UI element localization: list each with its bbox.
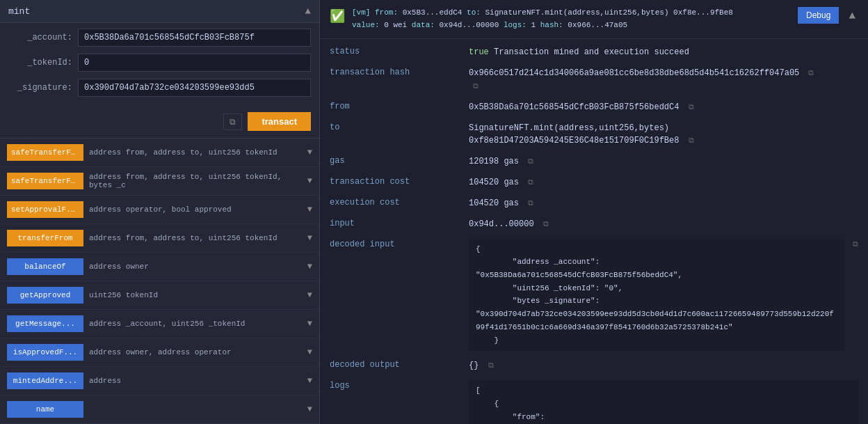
exec-cost-copy-icon[interactable]: ⧉ [528, 198, 533, 210]
expand-icon-9[interactable]: ▼ [307, 376, 312, 386]
form-actions: ⧉ transact [0, 109, 319, 138]
expand-icon-4[interactable]: ▼ [307, 233, 312, 243]
list-item: safeTransferF... address from, address t… [0, 167, 319, 196]
to-label: to: [467, 8, 485, 17]
to-val: SignatureNFT.mint(address,uint256,bytes)… [469, 122, 858, 147]
data-label: data: [412, 21, 440, 29]
expand-icon-8[interactable]: ▼ [307, 347, 312, 357]
signature-row: _signature: [8, 79, 311, 97]
tx-hash-row: transaction hash 0x966c0517d214c1d340066… [330, 67, 858, 93]
is-approved-params: address owner, address operator [89, 348, 302, 356]
expand-icon-2[interactable]: ▼ [307, 176, 312, 186]
chevron-up-icon[interactable]: ▲ [846, 7, 858, 25]
safe-transfer-f1-button[interactable]: safeTransferF... [7, 144, 83, 161]
status-text: Transaction mined and execution succeed [494, 47, 689, 57]
transfer-from-params: address from, address to, uint256 tokenI… [89, 234, 302, 242]
minted-address-button[interactable]: mintedAddre... [7, 372, 83, 389]
tx-cost-key: transaction cost [330, 176, 469, 187]
copy-button[interactable]: ⧉ [223, 113, 242, 130]
hash-val: 0x966...47a05 [568, 21, 627, 29]
left-panel: mint ▲ _account: _tokenId: _signature: ⧉… [0, 0, 320, 424]
get-approved-button[interactable]: getApproved [7, 287, 83, 304]
logs-val: 1 [531, 21, 536, 29]
collapse-icon[interactable]: ▲ [305, 6, 311, 17]
list-item: getMessage... address _account, uint256 … [0, 310, 319, 338]
status-row: status true Transaction mined and execut… [330, 46, 858, 58]
to-val: SignatureNFT.mint(address,uint256,bytes)… [485, 8, 732, 17]
tx-hash-key: transaction hash [330, 67, 469, 77]
logs-key: logs [330, 380, 469, 391]
right-panel: ✅ [vm] from: 0x5B3...eddC4 to: Signature… [320, 0, 868, 424]
tx-cost-copy-icon[interactable]: ⧉ [528, 177, 533, 189]
vm-label: [vm] [352, 8, 370, 17]
gas-copy-icon[interactable]: ⧉ [528, 156, 533, 168]
logs-label: logs: [504, 21, 531, 29]
is-approved-button[interactable]: isApprovedF... [7, 344, 83, 361]
input-key: input [330, 218, 469, 228]
from-copy-icon[interactable]: ⧉ [689, 102, 694, 113]
from-row: from 0x5B38Da6a701c568545dCfcB03FcB875f5… [330, 101, 858, 113]
transact-button[interactable]: transact [248, 112, 311, 131]
tokenid-input[interactable] [78, 54, 311, 72]
balance-of-button[interactable]: balanceOf [7, 258, 83, 275]
gas-val: 120198 gas ⧉ [469, 155, 858, 168]
exec-cost-val: 104520 gas ⧉ [469, 197, 858, 210]
expand-icon-5[interactable]: ▼ [307, 262, 312, 272]
balance-of-params: address owner [89, 262, 302, 271]
expand-icon-10[interactable]: ▼ [307, 405, 312, 414]
get-approved-params: uint256 tokenId [89, 291, 302, 299]
expand-icon-7[interactable]: ▼ [307, 319, 312, 329]
decoded-output-key: decoded output [330, 359, 469, 370]
decoded-output-row: decoded output {} ⧉ [330, 359, 858, 372]
input-val: 0x94d...00000 ⧉ [469, 218, 858, 230]
status-val: true Transaction mined and execution suc… [469, 46, 858, 58]
get-message-params: address _account, uint256 _tokenId [89, 320, 302, 328]
safe-transfer-f2-button[interactable]: safeTransferF... [7, 173, 83, 189]
account-row: _account: [8, 29, 311, 47]
expand-icon-6[interactable]: ▼ [307, 290, 312, 300]
list-item: isApprovedF... address owner, address op… [0, 338, 319, 367]
decoded-output-copy-icon[interactable]: ⧉ [488, 360, 494, 372]
account-input[interactable] [78, 29, 311, 47]
mint-header: mint ▲ [0, 0, 319, 23]
transfer-from-button[interactable]: transferFrom [7, 230, 83, 246]
list-item: balanceOf address owner ▼ [0, 253, 319, 281]
list-item: name ▼ [0, 395, 319, 424]
from-val: 0x5B3...eddC4 [403, 8, 463, 17]
mint-form: _account: _tokenId: _signature: [0, 23, 319, 109]
signature-label: _signature: [8, 83, 78, 93]
logs-block: [ { "from": "0xf8e81D47203A594245E36C48e… [469, 380, 858, 424]
logs-row: logs [ { "from": "0xf8e81D47203A594245E3… [330, 380, 858, 424]
decoded-input-copy-icon[interactable]: ⧉ [853, 239, 858, 251]
list-item: transferFrom address from, address to, u… [0, 224, 319, 253]
signature-input[interactable] [78, 79, 311, 97]
list-item: safeTransferF... address from, address t… [0, 139, 319, 167]
decoded-input-key: decoded input [330, 239, 469, 249]
list-item: setApprovalF... address operator, bool a… [0, 196, 319, 224]
expand-icon-1[interactable]: ▼ [307, 148, 312, 157]
set-approval-button[interactable]: setApprovalF... [7, 201, 83, 218]
status-true: true [469, 47, 489, 57]
data-val: 0x94d...00000 [439, 21, 499, 29]
expand-icon-3[interactable]: ▼ [307, 205, 312, 214]
input-copy-icon[interactable]: ⧉ [543, 219, 549, 230]
tx-hash-copy-icon[interactable]: ⧉ [808, 68, 814, 79]
debug-button[interactable]: Debug [798, 7, 839, 24]
tx-cost-val: 104520 gas ⧉ [469, 176, 858, 189]
from-label: from: [375, 8, 403, 17]
tx-hash-copy-icon-2[interactable]: ⧉ [473, 81, 858, 93]
get-message-button[interactable]: getMessage... [7, 315, 83, 332]
to-row: to SignatureNFT.mint(address,uint256,byt… [330, 122, 858, 147]
to-copy-icon[interactable]: ⧉ [689, 135, 694, 147]
tokenid-row: _tokenId: [8, 54, 311, 72]
tx-cost-row: transaction cost 104520 gas ⧉ [330, 176, 858, 189]
name-button[interactable]: name [7, 401, 83, 418]
set-approval-params: address operator, bool approved [89, 205, 302, 214]
mint-title: mint [8, 6, 30, 17]
tx-header-text: [vm] from: 0x5B3...eddC4 to: SignatureNF… [352, 7, 791, 31]
safe-transfer-f2-params: address from, address to, uint256 tokenI… [89, 173, 302, 189]
safe-transfer-f1-params: address from, address to, uint256 tokenI… [89, 148, 302, 157]
input-row: input 0x94d...00000 ⧉ [330, 218, 858, 230]
list-item: mintedAddre... address ▼ [0, 367, 319, 395]
status-key: status [330, 46, 469, 56]
